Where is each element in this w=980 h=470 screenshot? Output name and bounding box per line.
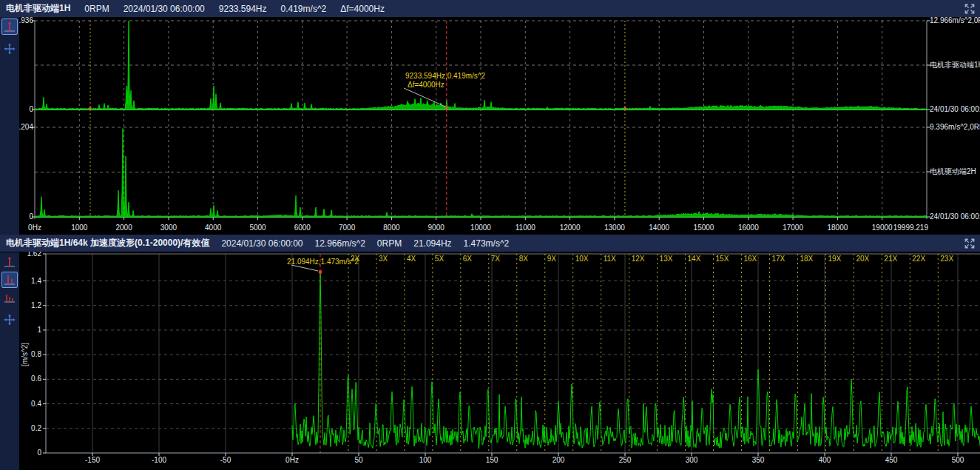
x-tick-label: 19000 — [872, 224, 893, 232]
single-cursor-tool-button[interactable] — [1, 254, 18, 270]
harmonic-order-label: 21X — [884, 255, 897, 263]
right-axis-label: 电机驱动端2H — [930, 167, 976, 175]
y-zero-label: 0 — [29, 105, 33, 113]
x-tick-label: 5000 — [249, 224, 266, 232]
y-zero-label: 0 — [29, 212, 33, 221]
top-gridlines — [35, 21, 927, 217]
channel-name: 电机非驱动端1H — [6, 2, 70, 15]
harmonic-order-label: 18X — [800, 255, 813, 263]
harmonic-order-label: 11X — [604, 255, 616, 263]
right-axis-label: 24/01/30 06:00:00 — [930, 212, 980, 221]
cursor-amplitude-value: 0.419m/s^2 — [281, 4, 327, 14]
bottom-plot-area[interactable]: 2X3X4X5X6X7X8X9X10X11X12X13X14X15X16X17X… — [0, 235, 980, 470]
top-plot-area[interactable]: 0Hz1000200030004000500060007000800090001… — [0, 0, 980, 235]
right-axis-label: 12.966m/s^2,0RPM — [930, 16, 980, 24]
cursor-tool-button[interactable] — [1, 19, 18, 35]
channel-name: 电机非驱动端1H/64k 加速度波形(0.1-20000)/有效值 — [6, 237, 209, 249]
x-tick-label: 18000 — [827, 224, 848, 232]
x-tick-label: 3000 — [160, 224, 178, 232]
datetime-value: 2024/01/30 06:00:00 — [221, 238, 303, 249]
x-tick-label: 200 — [552, 456, 565, 464]
harmonic-order-label: 15X — [716, 255, 729, 263]
peak-annotation-line1: 9233.594Hz,0.419m/s^2 — [405, 72, 485, 80]
x-tick-label: 50 — [354, 456, 363, 464]
x-tick-label: 7000 — [339, 224, 356, 232]
harmonic-order-label: 7X — [491, 255, 501, 263]
move-icon — [3, 313, 16, 326]
harmonic-order-label: 10X — [575, 255, 589, 263]
harmonic-order-label: 19X — [828, 255, 841, 263]
x-tick-label: 10000 — [470, 224, 491, 232]
x-tick-label: 0Hz — [28, 224, 41, 232]
x-tick-label: 400 — [819, 456, 831, 464]
harmonic-order-label: 20X — [856, 255, 869, 263]
x-tick-label: -150 — [85, 456, 100, 464]
x-tick-label: 8000 — [383, 224, 400, 232]
x-tick-label: 1000 — [71, 224, 88, 232]
pan-tool-button[interactable] — [1, 41, 18, 57]
cursor-base-marker — [624, 107, 626, 110]
cursor-base-marker — [445, 107, 447, 110]
harmonic-order-label: 14X — [688, 255, 701, 263]
x-tick-label: -50 — [220, 456, 232, 464]
harmonic-order-label: 6X — [463, 255, 473, 263]
datetime-value: 2024/01/30 06:00:00 — [124, 4, 205, 14]
peak-annotation: 21.094Hz,1.473m/s^2 — [287, 258, 359, 266]
bottom-panel-header: 电机非驱动端1H/64k 加速度波形(0.1-20000)/有效值 2024/0… — [0, 235, 980, 252]
annotation-pointer-line — [404, 88, 445, 107]
bottom-gridlines — [46, 254, 980, 453]
move-icon — [3, 42, 16, 56]
peak-marker-dot — [319, 270, 322, 274]
rms-value: 12.966m/s^2 — [315, 238, 365, 249]
y-tick-label: 1.4 — [31, 277, 41, 285]
harmonic-order-label: 22X — [912, 255, 925, 263]
harmonic-cursor-tool-button[interactable] — [1, 289, 18, 306]
x-tick-label: 16000 — [738, 224, 759, 232]
y-tick-label: 0.2 — [31, 424, 41, 432]
cursor-base-marker — [89, 107, 92, 110]
x-tick-label: 300 — [686, 456, 698, 464]
expand-icon[interactable] — [964, 3, 976, 15]
harmonic-order-label: 3X — [379, 255, 388, 263]
harmonic-order-label: 23X — [940, 255, 953, 263]
peak-annotation-line2: Δf=4000Hz — [408, 81, 445, 89]
top-spectrum-panel: 电机非驱动端1H 0RPM 2024/01/30 06:00:00 9233.5… — [0, 0, 980, 235]
x-tick-label: 150 — [486, 456, 499, 464]
delta-f-value: Δf=4000Hz — [340, 4, 385, 14]
x-tick-label: 11000 — [516, 224, 536, 232]
x-tick-label: 9000 — [428, 224, 445, 232]
top-toolbar — [0, 17, 19, 235]
x-tick-label: -100 — [152, 456, 166, 464]
x-tick-label: 100 — [419, 456, 432, 464]
x-tick-label: 14000 — [649, 224, 669, 232]
x-tick-label: 350 — [752, 456, 765, 464]
sideband-cursor-tool-button[interactable] — [1, 272, 18, 288]
y-tick-label: 1.2 — [31, 301, 41, 309]
cursor-frequency-value: 21.094Hz — [413, 238, 451, 249]
x-tick-label: 450 — [885, 456, 898, 464]
harmonic-order-label: 13X — [660, 255, 673, 263]
x-tick-label: 250 — [619, 456, 632, 464]
cursor-amplitude-value: 1.473m/s^2 — [464, 238, 510, 249]
harmonic-order-label: 17X — [771, 255, 785, 263]
y-tick-label: 0.4 — [31, 400, 41, 408]
bottom-spectrum-panel: 电机非驱动端1H/64k 加速度波形(0.1-20000)/有效值 2024/0… — [0, 235, 980, 470]
x-tick-label: 19999.219 — [893, 224, 929, 232]
x-tick-label: 4000 — [205, 224, 222, 232]
pan-tool-button[interactable] — [1, 312, 18, 328]
y-tick-label: 0.6 — [31, 375, 41, 383]
harmonic-order-label: 16X — [744, 255, 757, 263]
x-tick-label: 13000 — [604, 224, 625, 232]
harmonic-order-label: 4X — [407, 255, 416, 263]
x-tick-label: 500 — [952, 456, 964, 464]
cursor-frequency-value: 9233.594Hz — [219, 4, 267, 14]
x-tick-label: 17000 — [783, 224, 803, 232]
bottom-toolbar — [0, 252, 19, 470]
harmonic-order-label: 12X — [632, 255, 645, 263]
expand-icon[interactable] — [964, 238, 976, 249]
annotation-pointer-line — [291, 265, 318, 271]
harmonic-order-label: 5X — [435, 255, 445, 263]
y-tick-label: 0 — [37, 449, 41, 457]
y-tick-label: 1 — [37, 326, 41, 334]
x-tick-label: 6000 — [294, 224, 311, 232]
